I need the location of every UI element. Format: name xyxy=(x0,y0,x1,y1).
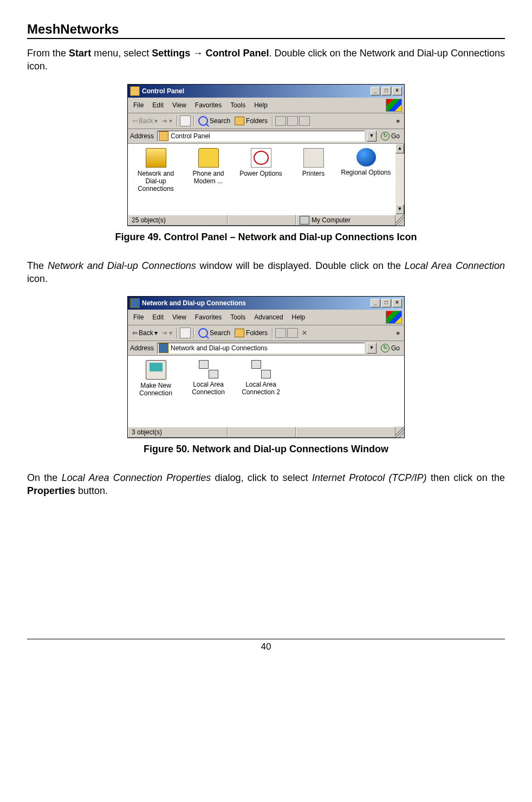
folders-label: Folders xyxy=(246,329,268,337)
titlebar[interactable]: Control Panel _ □ × xyxy=(128,85,404,98)
action-icon xyxy=(275,116,286,126)
arrow-icon: → xyxy=(193,48,203,59)
search-label: Search xyxy=(210,329,230,337)
window-icon xyxy=(130,86,140,96)
text-italic: Internet Protocol (TCP/IP) xyxy=(312,472,427,483)
address-label: Address xyxy=(130,344,155,352)
window-title: Control Panel xyxy=(142,87,369,95)
address-field[interactable]: Network and Dial-up Connections xyxy=(157,343,365,354)
titlebar[interactable]: Network and Dial-up Connections _ □ × xyxy=(128,297,404,310)
icon-power-options[interactable]: Power Options xyxy=(235,147,287,211)
text-bold: Settings xyxy=(152,48,193,59)
address-dropdown[interactable]: ▼ xyxy=(367,131,377,142)
menu-edit[interactable]: Edit xyxy=(149,312,169,322)
menu-file[interactable]: File xyxy=(130,312,149,322)
text: menu, select xyxy=(91,48,152,59)
toolbar-overflow[interactable]: » xyxy=(394,329,402,337)
address-dropdown[interactable]: ▼ xyxy=(367,343,377,354)
icon-local-area-connection[interactable]: Local Area Connection xyxy=(183,359,234,423)
icon-label: Printers xyxy=(302,170,325,177)
footer-divider xyxy=(27,639,505,639)
back-button[interactable]: ⇦ Back ▾ xyxy=(130,116,160,126)
go-arrow-icon: ↻ xyxy=(381,344,390,352)
action-icon xyxy=(287,116,298,126)
menu-tools[interactable]: Tools xyxy=(227,100,251,110)
scroll-down-button[interactable]: ▼ xyxy=(395,204,404,214)
back-button[interactable]: ⇦ Back ▾ xyxy=(130,328,160,338)
menu-view[interactable]: View xyxy=(169,312,192,322)
icon-printers[interactable]: Printers xyxy=(288,147,339,211)
window-icon xyxy=(130,298,140,308)
up-button[interactable] xyxy=(179,328,191,338)
text: The xyxy=(27,260,48,271)
menu-favorites[interactable]: Favorites xyxy=(192,312,227,322)
go-button[interactable]: ↻Go xyxy=(379,343,402,353)
toolbar-action-2[interactable] xyxy=(287,328,299,338)
forward-button[interactable]: ➔ ▾ xyxy=(160,328,174,338)
vertical-scrollbar[interactable]: ▲ ▼ xyxy=(395,144,404,214)
addressbar: Address Control Panel ▼ ↻Go xyxy=(128,129,404,144)
status-spacer xyxy=(228,427,296,438)
icon-local-area-connection-2[interactable]: Local Area Connection 2 xyxy=(235,359,287,423)
resize-grip[interactable] xyxy=(395,427,404,438)
menu-tools[interactable]: Tools xyxy=(227,312,251,322)
forward-button[interactable]: ➔ ▾ xyxy=(160,116,174,126)
icon-label: Regional Options xyxy=(341,169,391,176)
toolbar-separator xyxy=(177,116,177,126)
resize-grip[interactable] xyxy=(395,215,404,226)
windows-flag-icon xyxy=(386,99,402,112)
toolbar-action-1[interactable] xyxy=(275,116,287,126)
search-icon xyxy=(198,328,208,338)
text-bold: Properties xyxy=(27,485,75,496)
menu-view[interactable]: View xyxy=(169,100,192,110)
status-objects: 25 object(s) xyxy=(128,215,228,226)
address-label: Address xyxy=(130,132,155,140)
toolbar: ⇦ Back ▾ ➔ ▾ Search Folders » xyxy=(128,113,404,129)
printer-icon xyxy=(303,148,324,168)
action-icon xyxy=(299,116,310,126)
icon-network-dialup[interactable]: Network and Dial-up Connections xyxy=(130,147,181,211)
close-button[interactable]: × xyxy=(392,87,402,95)
doc-header-title: MeshNetworks xyxy=(27,22,505,37)
toolbar-overflow[interactable]: » xyxy=(394,117,402,125)
folders-button[interactable]: Folders xyxy=(232,116,270,126)
close-button[interactable]: × xyxy=(392,299,402,307)
window-control-panel: Control Panel _ □ × File Edit View Favor… xyxy=(127,84,405,226)
menu-favorites[interactable]: Favorites xyxy=(192,100,227,110)
minimize-button[interactable]: _ xyxy=(371,299,380,307)
paragraph-2: The Network and Dial-up Connections wind… xyxy=(27,259,505,286)
scroll-up-button[interactable]: ▲ xyxy=(395,144,404,153)
text: window will be displayed. Double click o… xyxy=(196,260,405,271)
status-location xyxy=(296,427,395,438)
scroll-track[interactable] xyxy=(395,153,404,204)
paragraph-1: From the Start menu, select Settings → C… xyxy=(27,47,505,73)
folders-button[interactable]: Folders xyxy=(232,328,270,338)
maximize-button[interactable]: □ xyxy=(381,299,391,307)
text-bold: Start xyxy=(69,48,91,59)
search-button[interactable]: Search xyxy=(196,327,232,339)
text: dialog, click to select xyxy=(211,472,312,483)
toolbar-delete[interactable]: ✕ xyxy=(299,328,310,338)
search-button[interactable]: Search xyxy=(196,115,232,127)
toolbar-action-3[interactable] xyxy=(299,116,310,126)
network-connection-icon xyxy=(199,360,218,378)
toolbar-action-2[interactable] xyxy=(287,116,299,126)
menu-help[interactable]: Help xyxy=(251,100,273,110)
menu-edit[interactable]: Edit xyxy=(149,100,169,110)
icon-phone-modem[interactable]: Phone and Modem ... xyxy=(183,147,234,211)
phone-icon xyxy=(198,148,219,168)
icon-make-new-connection[interactable]: Make New Connection xyxy=(130,359,181,423)
address-icon xyxy=(159,131,168,141)
menu-file[interactable]: File xyxy=(130,100,149,110)
toolbar-action-1[interactable] xyxy=(275,328,287,338)
up-button[interactable] xyxy=(179,116,191,126)
address-icon xyxy=(159,343,168,353)
go-button[interactable]: ↻Go xyxy=(379,131,402,141)
address-field[interactable]: Control Panel xyxy=(157,131,365,142)
icon-regional-options[interactable]: Regional Options xyxy=(340,147,392,211)
menu-help[interactable]: Help xyxy=(289,312,311,322)
menu-advanced[interactable]: Advanced xyxy=(251,312,288,322)
folders-icon xyxy=(235,329,244,337)
minimize-button[interactable]: _ xyxy=(371,87,380,95)
maximize-button[interactable]: □ xyxy=(381,87,391,95)
